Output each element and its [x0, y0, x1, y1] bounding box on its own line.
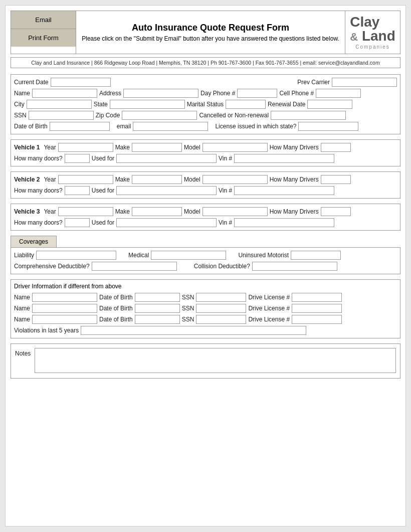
address-label: Address: [99, 90, 121, 97]
driver-1-name-input[interactable]: [32, 293, 97, 302]
current-date-label: Current Date: [14, 79, 49, 86]
dob-input[interactable]: [50, 122, 110, 131]
marital-status-input[interactable]: [226, 100, 266, 109]
zip-code-input[interactable]: [122, 111, 197, 120]
liability-label: Liability: [14, 252, 34, 259]
vehicle-3-drivers-label: How Many Drivers: [270, 208, 319, 215]
license-state-input[interactable]: [298, 122, 358, 131]
header-center: Auto Insurance Quote Request Form Please…: [76, 11, 345, 54]
vehicle-1-year-input[interactable]: [58, 143, 113, 152]
driver-3-ssn-input[interactable]: [196, 315, 246, 324]
vehicle-1-drivers-input[interactable]: [321, 143, 351, 152]
driver-1-ssn-input[interactable]: [196, 293, 246, 302]
vehicle-2-model-label: Model: [184, 176, 200, 183]
email-button[interactable]: Email: [11, 11, 76, 29]
vehicle-2-year-input[interactable]: [58, 175, 113, 184]
vehicle-3-make-input[interactable]: [132, 207, 182, 216]
medical-input[interactable]: [151, 251, 226, 260]
vehicle-1-make-input[interactable]: [132, 143, 182, 152]
vehicle-2-vin-label: Vin #: [219, 187, 232, 194]
header-buttons: Email Print Form: [11, 11, 76, 54]
driver-2-license-input[interactable]: [292, 304, 342, 313]
email-label: email: [117, 123, 131, 130]
driver-info-header: Driver Information if different from abo…: [14, 283, 397, 290]
driver-1-ssn-label: SSN: [182, 294, 194, 301]
driver-2-dob-label: Date of Birth: [99, 305, 133, 312]
driver-row-1: Name Date of Birth SSN Drive License #: [14, 293, 397, 302]
vehicle-3-label: Vehicle 3: [14, 208, 40, 215]
vehicle-3-make-label: Make: [115, 208, 130, 215]
violations-input[interactable]: [81, 326, 306, 335]
driver-row-3: Name Date of Birth SSN Drive License #: [14, 315, 397, 324]
driver-3-name-input[interactable]: [32, 315, 97, 324]
vehicle-1-label: Vehicle 1: [14, 144, 40, 151]
cell-phone-input[interactable]: [316, 89, 361, 98]
collision-label: Collision Deductible?: [194, 263, 250, 270]
vehicle-1-model-input[interactable]: [202, 143, 268, 152]
driver-3-license-input[interactable]: [292, 315, 342, 324]
collision-input[interactable]: [252, 262, 337, 271]
address-input[interactable]: [123, 89, 198, 98]
notes-label: Notes: [15, 348, 31, 357]
renewal-date-input[interactable]: [307, 100, 352, 109]
vehicle-3-used-input[interactable]: [116, 218, 217, 227]
prev-carrier-label: Prev Carrier: [297, 79, 330, 86]
vehicle-2-section: Vehicle 2 Year Make Model How Many Drive…: [11, 171, 400, 199]
vehicle-3-year-input[interactable]: [58, 207, 113, 216]
vehicle-1-row-1: Vehicle 1 Year Make Model How Many Drive…: [14, 143, 397, 152]
vehicle-1-vin-input[interactable]: [234, 154, 334, 163]
uninsured-motorist-input[interactable]: [291, 251, 341, 260]
driver-1-license-input[interactable]: [292, 293, 342, 302]
driver-3-dob-label: Date of Birth: [99, 316, 133, 323]
vehicle-2-make-input[interactable]: [132, 175, 182, 184]
prev-carrier-input[interactable]: [332, 78, 397, 87]
vehicle-3-doors-input[interactable]: [65, 218, 90, 227]
coverages-row-2: Comprehensive Deductible? Collision Dedu…: [14, 262, 397, 271]
name-input[interactable]: [32, 89, 97, 98]
vehicle-1-used-input[interactable]: [116, 154, 217, 163]
ssn-input[interactable]: [29, 111, 94, 120]
state-input[interactable]: [110, 100, 185, 109]
vehicle-2-year-label: Year: [44, 176, 56, 183]
city-input[interactable]: [27, 100, 92, 109]
driver-1-name-label: Name: [14, 294, 30, 301]
cancelled-input[interactable]: [271, 111, 346, 120]
print-button[interactable]: Print Form: [11, 29, 76, 47]
driver-2-name-input[interactable]: [32, 304, 97, 313]
driver-2-ssn-input[interactable]: [196, 304, 246, 313]
driver-3-dob-input[interactable]: [135, 315, 180, 324]
driver-1-license-label: Drive License #: [248, 294, 290, 301]
driver-1-dob-input[interactable]: [135, 293, 180, 302]
vehicle-1-doors-input[interactable]: [65, 154, 90, 163]
vehicle-2-doors-input[interactable]: [65, 186, 90, 195]
driver-3-name-label: Name: [14, 316, 30, 323]
dob-label: Date of Birth: [14, 123, 48, 130]
vehicle-2-used-input[interactable]: [116, 186, 217, 195]
vehicle-1-make-label: Make: [115, 144, 130, 151]
vehicle-3-vin-input[interactable]: [234, 218, 334, 227]
current-date-input[interactable]: [51, 78, 111, 87]
comprehensive-input[interactable]: [92, 262, 177, 271]
day-phone-input[interactable]: [237, 89, 277, 98]
email-input[interactable]: [133, 122, 208, 131]
vehicle-2-doors-label: How many doors?: [14, 187, 63, 194]
driver-2-dob-input[interactable]: [135, 304, 180, 313]
vehicle-2-make-label: Make: [115, 176, 130, 183]
vehicle-2-vin-input[interactable]: [234, 186, 334, 195]
personal-row-1: Current Date Prev Carrier: [14, 78, 397, 87]
notes-input[interactable]: [35, 348, 396, 373]
page: Email Print Form Auto Insurance Quote Re…: [5, 5, 406, 526]
vehicle-3-model-input[interactable]: [202, 207, 268, 216]
vehicle-2-drivers-input[interactable]: [321, 175, 351, 184]
vehicle-2-model-input[interactable]: [202, 175, 268, 184]
coverages-tab: Coverages: [11, 236, 57, 247]
zip-code-label: Zip Code: [96, 112, 120, 119]
form-subtitle: Please click on the "Submit by Email" bu…: [82, 35, 339, 42]
liability-input[interactable]: [36, 251, 116, 260]
vehicle-1-doors-label: How many doors?: [14, 155, 63, 162]
vehicle-3-row-1: Vehicle 3 Year Make Model How Many Drive…: [14, 207, 397, 216]
vehicle-3-model-label: Model: [184, 208, 200, 215]
vehicle-1-used-label: Used for: [92, 155, 114, 162]
vehicle-3-drivers-input[interactable]: [321, 207, 351, 216]
vehicle-1-model-label: Model: [184, 144, 200, 151]
